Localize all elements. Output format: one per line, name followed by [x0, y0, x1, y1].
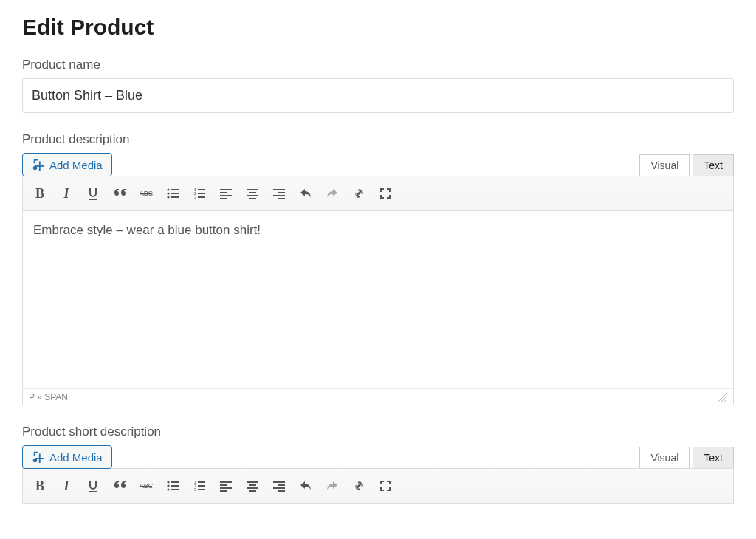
media-icon — [32, 158, 45, 171]
undo-button[interactable] — [293, 473, 318, 498]
align-left-icon — [219, 186, 233, 201]
ul-icon — [165, 478, 180, 493]
blockquote-button[interactable] — [107, 473, 132, 498]
add-media-label: Add Media — [49, 159, 103, 171]
italic-button[interactable]: I — [54, 181, 79, 206]
bullet-list-button[interactable] — [160, 473, 185, 498]
align-right-icon — [272, 478, 286, 493]
strikethrough-button[interactable] — [134, 473, 159, 498]
tab-text[interactable]: Text — [693, 154, 734, 176]
editor-toolbar: BI — [23, 176, 733, 211]
tab-text-short[interactable]: Text — [693, 447, 734, 468]
align-left-icon — [219, 478, 233, 493]
numbered-list-button[interactable] — [187, 473, 212, 498]
align-center-button[interactable] — [240, 181, 265, 206]
underline-button[interactable] — [80, 181, 106, 206]
underline-button[interactable] — [80, 473, 106, 498]
align-right-icon — [272, 186, 286, 201]
description-content[interactable]: Embrace style – wear a blue button shirt… — [23, 211, 733, 388]
product-description-label: Product description — [22, 132, 734, 147]
editor-tabs-short: Visual Text — [639, 447, 734, 468]
bullet-list-button[interactable] — [160, 181, 185, 206]
fullscreen-button[interactable] — [373, 181, 398, 206]
description-editor: BI Embrace style – wear a blue button sh… — [22, 176, 734, 405]
fullscreen-icon — [378, 478, 393, 493]
media-icon — [32, 450, 45, 464]
bold-icon: B — [35, 186, 44, 202]
numbered-list-button[interactable] — [187, 181, 212, 206]
align-right-button[interactable] — [267, 181, 292, 206]
editor-tabs: Visual Text — [639, 154, 734, 176]
quote-icon — [112, 478, 127, 493]
insert-link-button[interactable] — [346, 181, 371, 206]
editor-statusbar: P » SPAN — [23, 388, 733, 405]
add-media-label: Add Media — [49, 451, 103, 464]
link-icon — [351, 186, 366, 201]
italic-button[interactable]: I — [54, 473, 79, 498]
product-name-input[interactable] — [22, 78, 734, 113]
short-description-editor: BI — [22, 468, 734, 504]
undo-icon — [298, 186, 313, 201]
redo-icon — [325, 478, 340, 493]
quote-icon — [112, 186, 127, 201]
align-center-icon — [245, 186, 260, 201]
blockquote-button[interactable] — [107, 181, 132, 206]
redo-button — [320, 473, 345, 498]
underline-icon — [86, 478, 100, 493]
fullscreen-button[interactable] — [373, 473, 398, 498]
strikethrough-button[interactable] — [134, 181, 159, 206]
redo-button — [320, 181, 345, 206]
tab-visual[interactable]: Visual — [639, 154, 690, 176]
insert-link-button[interactable] — [346, 473, 371, 498]
product-short-description-label: Product short description — [22, 425, 734, 439]
page-title: Edit Product — [22, 15, 734, 40]
align-left-button[interactable] — [213, 181, 238, 206]
redo-icon — [325, 186, 340, 201]
align-right-button[interactable] — [267, 473, 292, 498]
ol-icon — [192, 186, 207, 201]
add-media-button[interactable]: Add Media — [22, 153, 112, 176]
element-path: P » SPAN — [29, 392, 68, 402]
align-center-icon — [245, 478, 260, 493]
align-center-button[interactable] — [240, 473, 265, 498]
strike-icon — [139, 478, 154, 493]
bold-button[interactable]: B — [27, 181, 52, 206]
undo-icon — [298, 478, 313, 493]
bold-icon: B — [35, 478, 44, 494]
align-left-button[interactable] — [213, 473, 238, 498]
add-media-button-short[interactable]: Add Media — [22, 445, 112, 469]
ol-icon — [192, 478, 207, 493]
editor-toolbar-short: BI — [23, 469, 733, 504]
italic-icon: I — [63, 478, 69, 494]
undo-button[interactable] — [293, 181, 318, 206]
product-name-label: Product name — [22, 58, 734, 72]
italic-icon: I — [63, 186, 69, 202]
tab-visual-short[interactable]: Visual — [639, 447, 690, 468]
resize-handle[interactable] — [717, 392, 727, 402]
fullscreen-icon — [378, 186, 393, 201]
bold-button[interactable]: B — [27, 473, 52, 498]
link-icon — [351, 478, 366, 493]
strike-icon — [139, 186, 154, 201]
ul-icon — [165, 186, 180, 201]
underline-icon — [86, 186, 100, 201]
